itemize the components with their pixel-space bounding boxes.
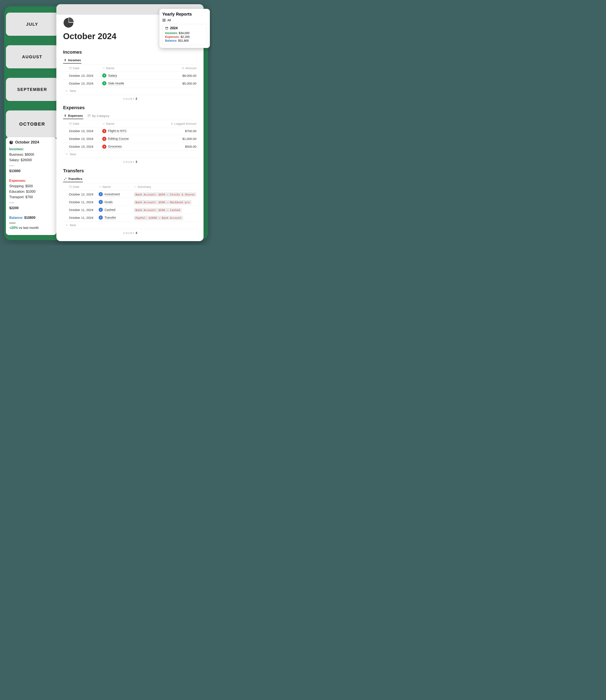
add-row-button[interactable]: New xyxy=(65,152,76,156)
expense-total: $2200 xyxy=(9,206,53,211)
arrow-down-icon xyxy=(102,144,107,149)
table-row[interactable]: October 12, 2024InvestmentBank Account: … xyxy=(63,190,197,198)
calendar-icon xyxy=(165,26,168,30)
cell-summary: Bank Account: $650 → Stocks & Shares xyxy=(133,190,197,198)
table-row[interactable]: October 11, 2024CashedBank Account: $500… xyxy=(63,206,197,214)
board-icon xyxy=(88,114,91,117)
yearly-reports-popover: Yearly Reports All 2024 Incomes: $34,000… xyxy=(159,9,210,48)
cell-date: October 12, 2024 xyxy=(63,190,97,198)
cell-name: Investment xyxy=(97,190,133,198)
expenses-heading: Expenses xyxy=(63,105,197,110)
hash-icon xyxy=(182,67,185,70)
table-row[interactable]: October 13, 2024Groceries$500.00 xyxy=(63,143,197,151)
cell-name: Goals xyxy=(97,198,133,206)
tab-incomes[interactable]: Incomes xyxy=(63,57,81,64)
transfer-icon xyxy=(99,216,103,220)
tab-expenses[interactable]: Expenses xyxy=(63,113,83,119)
cell-name: Groceries xyxy=(101,143,139,151)
balance-value: $10800 xyxy=(24,216,35,220)
col-name: Name xyxy=(102,185,111,188)
incomes-heading: Incomes xyxy=(63,49,197,55)
transfers-table: Date AaName Summary October 12, 2024Inve… xyxy=(63,183,197,229)
text-icon: Aa xyxy=(102,122,105,125)
svg-rect-12 xyxy=(164,20,165,21)
svg-text:Aa: Aa xyxy=(99,186,101,188)
october-summary-card: October 2024 Incomes: Business: $8000 Sa… xyxy=(6,137,56,235)
col-date: Date xyxy=(73,185,79,188)
cell-name: Flight to NYC xyxy=(101,127,139,135)
transfer-icon xyxy=(64,177,67,181)
expenses-value: $2,200 xyxy=(180,35,190,39)
cell-date: October 11, 2024 xyxy=(63,198,97,206)
balance-label: Balance: xyxy=(165,39,177,42)
cell-date: October 13, 2024 xyxy=(63,80,101,87)
svg-rect-9 xyxy=(163,19,164,20)
new-label: New xyxy=(70,223,76,227)
svg-rect-4 xyxy=(69,123,72,125)
table-row[interactable]: October 13, 2024Editing Course$1,000.00 xyxy=(63,135,197,143)
svg-rect-3 xyxy=(89,115,90,116)
year-card-2024[interactable]: 2024 Incomes: $34,000 Expenses: $2,200 B… xyxy=(162,24,207,45)
arrow-up-icon xyxy=(102,81,107,85)
tab-transfers[interactable]: Transfers xyxy=(63,176,83,182)
separator: ---- xyxy=(9,163,53,168)
expenses-table: Date AaName Logged Amount October 13, 20… xyxy=(63,120,197,158)
svg-rect-2 xyxy=(88,115,89,117)
expense-transport: Transport: $700 xyxy=(9,195,53,200)
tab-label: Incomes xyxy=(68,58,81,62)
arrow-up-icon xyxy=(64,59,67,62)
vs-last-month: vs last month xyxy=(18,226,39,229)
view-all[interactable]: All xyxy=(162,18,207,22)
cell-name: Side Hustle xyxy=(101,80,139,87)
tab-by-category[interactable]: By Category xyxy=(87,113,110,119)
popover-title: Yearly Reports xyxy=(162,12,207,17)
expenses-count: COUNT3 xyxy=(63,158,197,164)
arrow-down-icon xyxy=(64,114,67,117)
cell-summary: PayPal: $2000 → Bank Account xyxy=(133,214,197,222)
table-row[interactable]: October 11, 2024TransferPayPal: $2000 → … xyxy=(63,214,197,222)
cell-amount: $8,000.00 xyxy=(139,72,197,80)
cell-summary: Bank Account: $500 → Cashed xyxy=(133,206,197,214)
cell-date: October 11, 2024 xyxy=(63,214,97,222)
col-date: Date xyxy=(73,122,79,126)
col-name: Name xyxy=(106,66,114,70)
add-row-button[interactable]: New xyxy=(65,223,76,227)
month-tab-september[interactable]: SEPTEMBER xyxy=(6,78,59,101)
year-label: 2024 xyxy=(170,26,178,30)
month-tab-august[interactable]: AUGUST xyxy=(6,45,59,68)
cell-date: October 13, 2024 xyxy=(63,135,101,143)
month-tab-october[interactable]: OCTOBER xyxy=(6,110,59,138)
arrow-up-icon xyxy=(102,73,107,77)
expenses-label: Expenses: xyxy=(9,179,26,182)
incomes-table: Date AaName Amount October 13, 2024Salar… xyxy=(63,64,197,95)
all-label: All xyxy=(167,18,171,22)
table-row[interactable]: October 13, 2024Flight to NYC$700.00 xyxy=(63,127,197,135)
expense-education: Education: $1000 xyxy=(9,189,53,194)
cell-date: October 13, 2024 xyxy=(63,143,101,151)
cell-amount: $700.00 xyxy=(139,127,197,135)
balance-label: Balance: xyxy=(9,216,23,220)
svg-rect-11 xyxy=(163,20,164,21)
month-tab-july[interactable]: JULY xyxy=(6,13,59,36)
arrow-down-icon xyxy=(102,137,107,141)
formula-icon xyxy=(134,185,137,188)
svg-point-8 xyxy=(134,186,136,188)
cell-name: Salary xyxy=(101,72,139,80)
cell-date: October 13, 2024 xyxy=(63,127,101,135)
table-row[interactable]: October 13, 2024Salary$8,000.00 xyxy=(63,72,197,80)
table-row[interactable]: October 11, 2024GoalsBank Account: $500 … xyxy=(63,198,197,206)
cell-amount: $500.00 xyxy=(139,143,197,151)
table-row[interactable]: October 13, 2024Side Hustle$5,000.00 xyxy=(63,80,197,87)
pie-chart-icon xyxy=(9,140,14,144)
cell-amount: $1,000.00 xyxy=(139,135,197,143)
new-label: New xyxy=(70,89,76,93)
tab-label: Expenses xyxy=(68,114,83,117)
cell-date: October 11, 2024 xyxy=(63,206,97,214)
incomes-label: Incomes: xyxy=(165,31,178,35)
add-row-button[interactable]: New xyxy=(65,89,76,93)
hash-icon xyxy=(170,122,173,125)
calendar-icon xyxy=(69,185,72,188)
pct-change: +20% xyxy=(9,226,18,229)
svg-rect-0 xyxy=(69,67,72,69)
calendar-icon xyxy=(69,122,72,125)
